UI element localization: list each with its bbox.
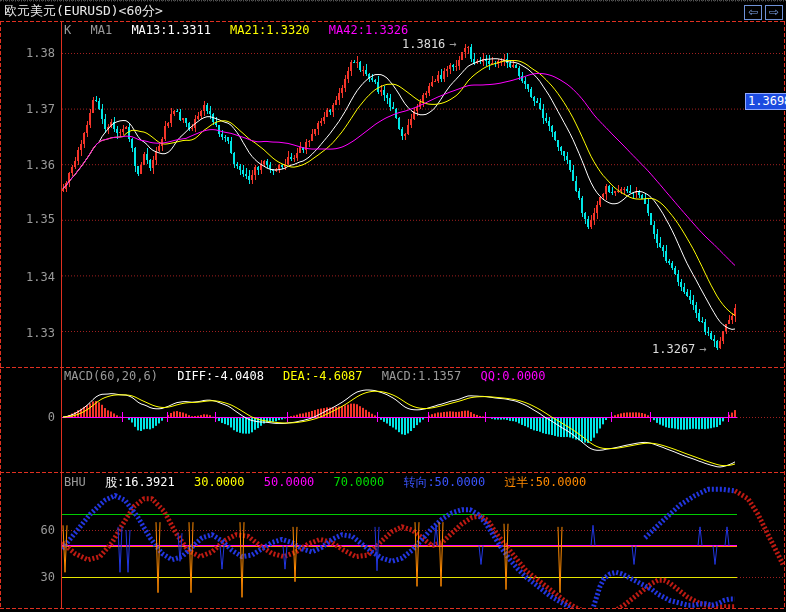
last-price-tag: 1.3698: [745, 93, 786, 110]
low-annotation: 1.3267→: [652, 342, 707, 356]
legend-guoban: 过半:50.0000: [504, 475, 586, 489]
macd-legend: MACD(60,20,6) DIFF:-4.0408 DEA:-4.6087 M…: [64, 369, 558, 383]
legend-ma42: MA42:1.3326: [329, 23, 408, 37]
y-axis-label: 1.38: [0, 46, 55, 60]
high-annotation: 1.3816→: [402, 37, 457, 51]
legend-macd-name: MACD(60,20,6): [64, 369, 158, 383]
chart-canvas: [0, 0, 786, 612]
y-axis-label: 1.33: [0, 326, 55, 340]
left-arrow-icon: ⇦: [748, 5, 758, 19]
bhu-y-label: 60: [0, 523, 55, 537]
right-arrow-glyph: →: [699, 342, 706, 356]
right-arrow-icon: ⇨: [769, 5, 779, 19]
y-axis-label: 1.35: [0, 212, 55, 226]
forward-button[interactable]: ⇨: [765, 5, 783, 20]
legend-ma1: MA1: [90, 23, 112, 37]
legend-diff: DIFF:-4.0408: [177, 369, 264, 383]
legend-zhuanxiang: 转向:50.0000: [403, 475, 485, 489]
legend-macd-val: MACD:1.1357: [382, 369, 461, 383]
legend-50: 50.0000: [264, 475, 315, 489]
legend-bhu-name: BHU: [64, 475, 86, 489]
bhu-legend: BHU 股:16.3921 30.0000 50.0000 70.0000 转向…: [64, 475, 598, 489]
y-axis-label: 1.37: [0, 102, 55, 116]
macd-zero-label: 0: [0, 410, 55, 424]
nav-buttons: ⇦ ⇨: [744, 5, 783, 20]
low-annotation-value: 1.3267: [652, 342, 695, 356]
title-bar: 欧元美元(EURUSD)<60分> ⇦ ⇨: [0, 0, 786, 22]
app-window: 欧元美元(EURUSD)<60分> ⇦ ⇨ K MA1 MA13:1.3311 …: [0, 0, 786, 612]
back-button[interactable]: ⇦: [744, 5, 762, 20]
main-chart-legend: K MA1 MA13:1.3311 MA21:1.3320 MA42:1.332…: [64, 23, 420, 37]
legend-dea: DEA:-4.6087: [283, 369, 362, 383]
y-axis-label: 1.36: [0, 158, 55, 172]
legend-gu: 股:16.3921: [105, 475, 175, 489]
legend-qq: QQ:0.0000: [481, 369, 546, 383]
legend-ma13: MA13:1.3311: [131, 23, 210, 37]
y-axis-label: 1.34: [0, 270, 55, 284]
legend-70: 70.0000: [334, 475, 385, 489]
legend-ma21: MA21:1.3320: [230, 23, 309, 37]
legend-30: 30.0000: [194, 475, 245, 489]
bhu-y-label: 30: [0, 570, 55, 584]
window-title: 欧元美元(EURUSD)<60分>: [4, 4, 163, 18]
right-arrow-glyph: →: [449, 37, 456, 51]
legend-k: K: [64, 23, 71, 37]
high-annotation-value: 1.3816: [402, 37, 445, 51]
